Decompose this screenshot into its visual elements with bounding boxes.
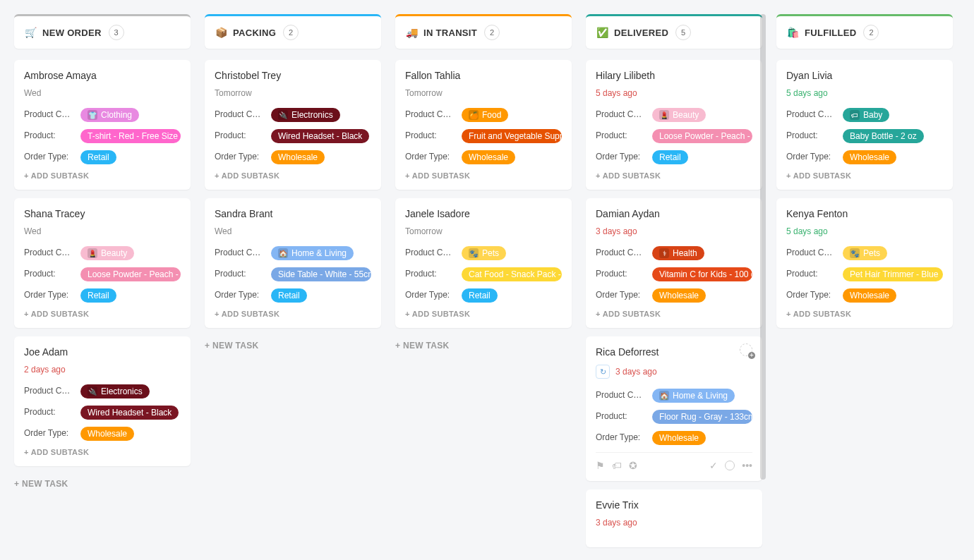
field-product: Product:Fruit and Vegetable Supple...: [405, 129, 562, 143]
category-pill[interactable]: 🐾Pets: [462, 246, 506, 260]
add-subtask-button[interactable]: + ADD SUBTASK: [786, 310, 943, 318]
more-icon[interactable]: •••: [742, 460, 752, 471]
column-header[interactable]: 🛍️FULFILLED2: [776, 14, 953, 49]
field-product: Product:Wired Headset - Black: [215, 129, 371, 143]
product-pill[interactable]: Loose Powder - Peach - 8 g...: [80, 267, 181, 281]
card-customer-name: Sandra Brant: [215, 208, 371, 219]
product-pill[interactable]: Fruit and Vegetable Supple...: [462, 129, 562, 143]
task-card[interactable]: Kenya Fenton5 days agoProduct Cat...🐾Pet…: [776, 198, 953, 328]
order-type-pill[interactable]: Retail: [80, 288, 116, 303]
category-text: Electronics: [101, 386, 143, 396]
column-title: FULFILLED: [805, 28, 856, 38]
new-task-button[interactable]: + NEW TASK: [395, 336, 572, 355]
assignee-icon[interactable]: +: [740, 343, 755, 359]
product-pill[interactable]: Side Table - White - 55cm x...: [271, 267, 371, 281]
task-card[interactable]: Christobel TreyTomorrowProduct Cat...🔌El…: [205, 60, 381, 190]
order-type-pill[interactable]: Wholesale: [652, 288, 706, 303]
order-type-pill[interactable]: Retail: [652, 150, 688, 164]
card-date: 3 days ago: [596, 518, 752, 528]
add-subtask-button[interactable]: + ADD SUBTASK: [596, 310, 752, 318]
field-order-type: Order Type:Wholesale: [596, 431, 752, 445]
task-card[interactable]: Janele IsadoreTomorrowProduct Cat...🐾Pet…: [395, 198, 572, 328]
order-type-pill[interactable]: Wholesale: [843, 150, 896, 164]
task-card[interactable]: Sandra BrantWedProduct Cat...🏠Home & Liv…: [205, 198, 381, 328]
task-card[interactable]: Hilary Lilibeth5 days agoProduct Cat...💄…: [586, 60, 762, 190]
recurring-icon[interactable]: ↻: [596, 365, 610, 379]
category-pill[interactable]: 👕Clothing: [80, 108, 139, 122]
category-pill[interactable]: 🏠Home & Living: [652, 389, 735, 403]
add-subtask-button[interactable]: + ADD SUBTASK: [405, 171, 562, 180]
category-pill[interactable]: ⚕Health: [652, 246, 704, 260]
add-subtask-button[interactable]: + ADD SUBTASK: [24, 171, 181, 180]
category-pill[interactable]: 💄Beauty: [652, 108, 706, 122]
add-subtask-button[interactable]: + ADD SUBTASK: [405, 310, 562, 318]
task-card[interactable]: Dyan Livia5 days agoProduct Cat...🏷BabyP…: [776, 60, 953, 190]
new-task-button[interactable]: + NEW TASK: [14, 475, 191, 493]
column-header[interactable]: 🛒NEW ORDER3: [14, 14, 191, 49]
card-date: Wed: [24, 226, 181, 236]
field-product: Product:Pet Hair Trimmer - Blue: [786, 267, 943, 281]
category-text: Pets: [482, 248, 499, 258]
task-card[interactable]: Shana TraceyWedProduct Cat...💄BeautyProd…: [14, 198, 191, 328]
vertical-scrollbar[interactable]: [760, 14, 766, 480]
task-card[interactable]: Joe Adam2 days agoProduct Cat...🔌Electro…: [14, 336, 191, 466]
field-order-type: Order Type:Retail: [24, 288, 181, 303]
status-circle-icon[interactable]: [725, 461, 735, 470]
card-date: 5 days ago: [786, 226, 943, 236]
star-icon[interactable]: ✪: [629, 460, 637, 471]
field-category: Product Cat...🐾Pets: [405, 246, 562, 260]
category-pill[interactable]: 🏠Home & Living: [271, 246, 354, 260]
category-text: Home & Living: [673, 391, 728, 401]
flag-icon[interactable]: ⚑: [596, 460, 605, 471]
field-category: Product Cat...🔌Electronics: [215, 108, 371, 122]
order-type-pill[interactable]: Wholesale: [652, 431, 706, 445]
new-task-button[interactable]: + NEW TASK: [205, 336, 381, 355]
category-pill[interactable]: 🐾Pets: [843, 246, 887, 260]
order-type-pill[interactable]: Wholesale: [843, 288, 896, 303]
product-pill[interactable]: Pet Hair Trimmer - Blue: [843, 267, 943, 281]
field-product: Product:Wired Headset - Black: [24, 406, 181, 420]
category-pill[interactable]: 🏷Baby: [843, 108, 889, 122]
product-pill[interactable]: Wired Headset - Black: [271, 129, 369, 143]
category-pill[interactable]: 🍊Food: [462, 108, 508, 122]
product-pill[interactable]: Vitamin C for Kids - 100 ca...: [652, 267, 752, 281]
card-customer-name: Joe Adam: [24, 346, 181, 358]
order-type-pill[interactable]: Retail: [462, 288, 498, 303]
field-label: Product:: [405, 129, 456, 140]
product-pill[interactable]: Wired Headset - Black: [80, 406, 179, 420]
add-subtask-button[interactable]: + ADD SUBTASK: [596, 171, 752, 180]
add-subtask-button[interactable]: + ADD SUBTASK: [24, 310, 181, 318]
product-pill[interactable]: T-shirt - Red - Free Size: [80, 129, 181, 143]
column-header[interactable]: 🚚IN TRANSIT2: [395, 14, 572, 49]
add-subtask-button[interactable]: + ADD SUBTASK: [215, 171, 371, 180]
task-card[interactable]: Evvie Trix3 days ago: [586, 489, 762, 547]
task-card[interactable]: Ambrose AmayaWedProduct Cat...👕ClothingP…: [14, 60, 191, 190]
category-pill[interactable]: 💄Beauty: [80, 246, 134, 260]
check-icon[interactable]: ✓: [709, 460, 718, 471]
task-card[interactable]: Damian Aydan3 days agoProduct Cat...⚕Hea…: [586, 198, 762, 328]
column-title: NEW ORDER: [42, 28, 102, 38]
field-category: Product Cat...🐾Pets: [786, 246, 943, 260]
product-pill[interactable]: Loose Powder - Peach - 8 g...: [652, 129, 752, 143]
task-card[interactable]: Fallon TahliaTomorrowProduct Cat...🍊Food…: [395, 60, 572, 190]
order-type-pill[interactable]: Retail: [80, 150, 116, 164]
add-subtask-button[interactable]: + ADD SUBTASK: [215, 310, 371, 318]
order-type-pill[interactable]: Wholesale: [80, 427, 134, 441]
product-pill[interactable]: Cat Food - Snack Pack - 10...: [462, 267, 562, 281]
category-pill[interactable]: 🔌Electronics: [271, 108, 340, 122]
order-type-pill[interactable]: Retail: [271, 288, 307, 303]
add-subtask-button[interactable]: + ADD SUBTASK: [24, 448, 181, 456]
order-type-pill[interactable]: Wholesale: [462, 150, 515, 164]
category-pill[interactable]: 🔌Electronics: [80, 384, 150, 398]
task-card[interactable]: Rica Deforrest+↻3 days agoProduct Cat...…: [586, 336, 762, 481]
product-pill[interactable]: Baby Bottle - 2 oz: [843, 129, 924, 143]
product-pill[interactable]: Floor Rug - Gray - 133cm x ...: [652, 410, 752, 424]
category-icon: 💄: [659, 110, 669, 120]
tag-icon[interactable]: 🏷: [612, 460, 622, 471]
field-label: Product:: [596, 410, 647, 421]
field-label: Product:: [215, 267, 265, 279]
column-header[interactable]: 📦PACKING2: [205, 14, 381, 49]
add-subtask-button[interactable]: + ADD SUBTASK: [786, 171, 943, 180]
column-header[interactable]: ✅DELIVERED5: [586, 14, 762, 49]
order-type-pill[interactable]: Wholesale: [271, 150, 325, 164]
